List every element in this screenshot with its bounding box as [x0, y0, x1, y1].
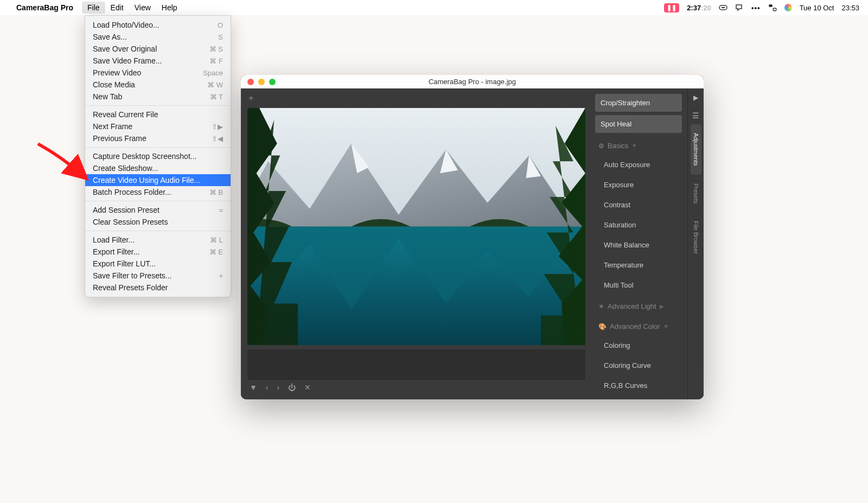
vtab-presets[interactable]: Presets: [691, 175, 701, 212]
menu-item-shortcut: ⌘ F: [209, 57, 223, 65]
close-icon[interactable]: ✕: [304, 383, 311, 392]
menu-item-export-filter-lut[interactable]: Export Filter LUT...: [85, 258, 231, 270]
vertical-tabs-rail: ▶ ☰ AdjustmentsPresetsFile Browser: [687, 88, 704, 399]
menu-item-previous-frame[interactable]: Previous Frame⇧◀: [85, 132, 231, 144]
menu-file[interactable]: File: [82, 2, 105, 14]
menu-item-label: Save As...: [93, 33, 127, 41]
menu-item-save-filter-to-presets[interactable]: Save Filter to Presets...+: [85, 270, 231, 282]
menu-edit[interactable]: Edit: [105, 2, 129, 14]
menu-item-label: Create Slideshow...: [93, 164, 158, 173]
panel-play-icon[interactable]: ▶: [693, 94, 698, 101]
window-titlebar[interactable]: CameraBag Pro - image.jpg: [241, 75, 704, 88]
control-center-icon[interactable]: [768, 3, 777, 12]
bottom-controls: ▼ ‹ › ⏻ ✕: [247, 380, 585, 395]
adjust-white-balance[interactable]: White Balance: [595, 237, 682, 253]
menu-item-close-media[interactable]: Close Media⌘ W: [85, 79, 231, 91]
adjust-coloring-curve[interactable]: Coloring Curve: [595, 357, 682, 374]
menu-item-shortcut: =: [219, 206, 223, 214]
menu-item-label: Close Media: [93, 80, 135, 89]
menu-item-label: New Tab: [93, 92, 122, 101]
adjustments-panel: Crop/StraightenSpot Heal⚙Basics▼Auto Exp…: [592, 88, 687, 399]
menu-item-shortcut: ⌘ E: [209, 248, 223, 256]
menu-item-reveal-current-file[interactable]: Reveal Current File: [85, 109, 231, 120]
adjust-contrast[interactable]: Contrast: [595, 196, 682, 213]
add-tab-button[interactable]: +: [248, 93, 253, 103]
vtab-file-browser[interactable]: File Browser: [691, 212, 701, 263]
prev-button[interactable]: ‹: [266, 383, 269, 392]
menu-item-label: Export Filter LUT...: [93, 259, 156, 268]
menu-item-save-as[interactable]: Save As...S: [85, 31, 231, 43]
svg-rect-2: [769, 4, 773, 7]
pause-icon[interactable]: ❚❚: [664, 3, 679, 12]
adjust-auto-exposure[interactable]: Auto Exposure: [595, 156, 682, 173]
menubar-date[interactable]: Tue 10 Oct: [800, 4, 834, 12]
menu-item-load-photo-video[interactable]: Load Photo/Video...O: [85, 19, 231, 31]
menu-item-next-frame[interactable]: Next Frame⇧▶: [85, 120, 231, 132]
annotation-arrow: [35, 141, 90, 184]
menu-item-capture-desktop-screenshot[interactable]: Capture Desktop Screenshot...: [85, 150, 231, 162]
menu-item-label: Clear Session Presets: [93, 218, 168, 226]
adjust-exposure[interactable]: Exposure: [595, 176, 682, 193]
menu-item-shortcut: ⌘ W: [207, 81, 223, 89]
adjust-coloring[interactable]: Coloring: [595, 337, 682, 354]
menu-item-load-filter[interactable]: Load Filter...⌘ L: [85, 234, 231, 246]
section-title: Advanced Light: [608, 302, 656, 310]
menu-item-batch-process-folder[interactable]: Batch Process Folder...⌘ B: [85, 186, 231, 198]
menubar-more-icon[interactable]: •••: [751, 4, 761, 12]
menubar-right: ❚❚ 2:37:20 ••• Tue 10 Oct 23:53: [664, 3, 859, 12]
thumbnail-strip[interactable]: [247, 349, 585, 380]
menu-item-preview-video[interactable]: Preview VideoSpace: [85, 67, 231, 79]
collapse-icon[interactable]: ▼: [250, 383, 257, 392]
section-advanced-color[interactable]: 🎨Advanced Color▼: [595, 317, 682, 334]
crop-straighten-button[interactable]: Crop/Straighten: [595, 94, 682, 112]
menu-help[interactable]: Help: [156, 2, 183, 14]
adjust-temperature[interactable]: Temperature: [595, 257, 682, 273]
recording-timer: 2:37:20: [687, 4, 711, 12]
section-basics[interactable]: ⚙Basics▼: [595, 136, 682, 153]
menu-item-create-video-using-audio-file[interactable]: Create Video Using Audio File...: [85, 174, 231, 186]
vtab-adjustments[interactable]: Adjustments: [691, 124, 701, 175]
menu-item-label: Capture Desktop Screenshot...: [93, 152, 196, 161]
spot-heal-button[interactable]: Spot Heal: [595, 115, 682, 133]
next-button[interactable]: ›: [277, 383, 280, 392]
menu-item-new-tab[interactable]: New Tab⌘ T: [85, 91, 231, 103]
svg-rect-1: [722, 7, 725, 8]
menu-item-create-slideshow[interactable]: Create Slideshow...: [85, 162, 231, 174]
menu-item-save-video-frame[interactable]: Save Video Frame...⌘ F: [85, 55, 231, 67]
menu-item-reveal-presets-folder[interactable]: Reveal Presets Folder: [85, 282, 231, 294]
sun-icon: ☀: [598, 303, 604, 310]
section-advanced-light[interactable]: ☀Advanced Light▶: [595, 297, 682, 314]
menu-item-label: Next Frame: [93, 122, 132, 131]
menu-item-label: Previous Frame: [93, 134, 146, 143]
menu-item-label: Save Video Frame...: [93, 56, 162, 65]
menubar-icon-2[interactable]: [735, 3, 744, 12]
menu-item-add-session-preset[interactable]: Add Session Preset=: [85, 204, 231, 216]
menu-item-label: Reveal Presets Folder: [93, 283, 168, 292]
window-close-button[interactable]: [247, 79, 254, 85]
menubar-time[interactable]: 23:53: [841, 4, 859, 12]
menu-item-shortcut: ⇧▶: [212, 123, 223, 131]
adjust-saturation[interactable]: Saturation: [595, 217, 682, 233]
panel-menu-icon[interactable]: ☰: [692, 111, 699, 120]
menu-item-export-filter[interactable]: Export Filter...⌘ E: [85, 246, 231, 258]
image-viewport[interactable]: [247, 108, 585, 345]
chevron-icon: ▼: [631, 143, 637, 149]
chevron-icon: ▼: [663, 323, 669, 329]
power-icon[interactable]: ⏻: [288, 383, 296, 392]
window-title: CameraBag Pro - image.jpg: [241, 78, 704, 86]
adjust-multi-tool[interactable]: Multi Tool: [595, 277, 682, 294]
window-traffic-lights: [247, 79, 276, 85]
menu-item-shortcut: ⌘ S: [209, 45, 223, 53]
macos-menubar: CameraBag Pro FileEditViewHelp ❚❚ 2:37:2…: [0, 0, 868, 15]
menu-item-clear-session-presets[interactable]: Clear Session Presets: [85, 216, 231, 228]
window-minimize-button[interactable]: [258, 79, 265, 85]
menu-view[interactable]: View: [129, 2, 156, 14]
menu-item-save-over-original[interactable]: Save Over Original⌘ S: [85, 43, 231, 55]
menu-item-shortcut: S: [218, 33, 223, 41]
menubar-icon-1[interactable]: [719, 3, 727, 12]
app-name[interactable]: CameraBag Pro: [16, 3, 73, 12]
siri-icon[interactable]: [784, 4, 792, 11]
window-zoom-button[interactable]: [269, 79, 276, 85]
adjust-r-g-b-curves[interactable]: R,G,B Curves: [595, 377, 682, 394]
palette-icon: 🎨: [598, 323, 607, 330]
